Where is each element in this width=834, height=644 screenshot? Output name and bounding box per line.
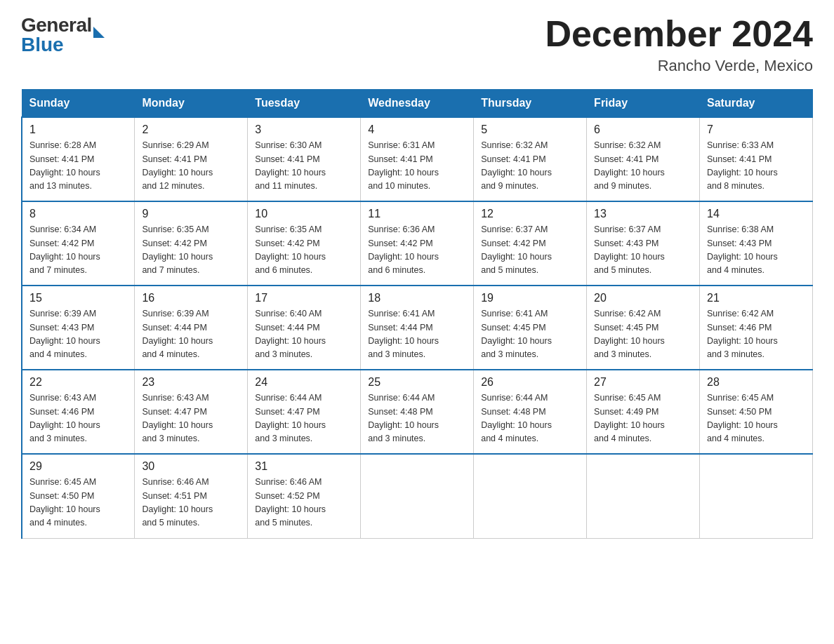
table-row: 16 Sunrise: 6:39 AMSunset: 4:44 PMDaylig… bbox=[135, 286, 248, 370]
day-number: 17 bbox=[255, 292, 353, 304]
calendar-week-row: 8 Sunrise: 6:34 AMSunset: 4:42 PMDayligh… bbox=[22, 201, 813, 286]
day-info: Sunrise: 6:39 AMSunset: 4:44 PMDaylight:… bbox=[142, 309, 213, 359]
table-row: 2 Sunrise: 6:29 AMSunset: 4:41 PMDayligh… bbox=[135, 117, 248, 201]
day-number: 30 bbox=[142, 460, 240, 473]
day-number: 9 bbox=[142, 208, 240, 220]
calendar-week-row: 22 Sunrise: 6:43 AMSunset: 4:46 PMDaylig… bbox=[22, 370, 813, 454]
day-number: 28 bbox=[707, 376, 805, 389]
day-info: Sunrise: 6:37 AMSunset: 4:43 PMDaylight:… bbox=[594, 224, 665, 275]
table-row: 24 Sunrise: 6:44 AMSunset: 4:47 PMDaylig… bbox=[248, 370, 361, 454]
table-row: 4 Sunrise: 6:31 AMSunset: 4:41 PMDayligh… bbox=[361, 117, 474, 201]
col-header-monday: Monday bbox=[135, 90, 248, 118]
calendar-table: Sunday Monday Tuesday Wednesday Thursday… bbox=[21, 89, 813, 539]
day-info: Sunrise: 6:32 AMSunset: 4:41 PMDaylight:… bbox=[481, 140, 552, 191]
day-number: 20 bbox=[594, 292, 692, 304]
day-info: Sunrise: 6:34 AMSunset: 4:42 PMDaylight:… bbox=[29, 224, 100, 275]
day-number: 3 bbox=[255, 123, 353, 136]
day-info: Sunrise: 6:41 AMSunset: 4:45 PMDaylight:… bbox=[481, 309, 552, 359]
table-row: 15 Sunrise: 6:39 AMSunset: 4:43 PMDaylig… bbox=[22, 286, 135, 370]
day-number: 1 bbox=[29, 123, 127, 136]
table-row: 8 Sunrise: 6:34 AMSunset: 4:42 PMDayligh… bbox=[22, 201, 135, 286]
table-row: 3 Sunrise: 6:30 AMSunset: 4:41 PMDayligh… bbox=[248, 117, 361, 201]
day-info: Sunrise: 6:43 AMSunset: 4:47 PMDaylight:… bbox=[142, 393, 213, 443]
col-header-wednesday: Wednesday bbox=[361, 90, 474, 118]
day-number: 10 bbox=[255, 208, 353, 220]
calendar-subtitle: Rancho Verde, Mexico bbox=[545, 57, 813, 75]
title-block: December 2024 Rancho Verde, Mexico bbox=[545, 14, 813, 75]
table-row: 1 Sunrise: 6:28 AMSunset: 4:41 PMDayligh… bbox=[22, 117, 135, 201]
day-number: 26 bbox=[481, 376, 579, 389]
day-info: Sunrise: 6:35 AMSunset: 4:42 PMDaylight:… bbox=[255, 224, 326, 275]
calendar-week-row: 1 Sunrise: 6:28 AMSunset: 4:41 PMDayligh… bbox=[22, 117, 813, 201]
table-row: 13 Sunrise: 6:37 AMSunset: 4:43 PMDaylig… bbox=[587, 201, 700, 286]
day-info: Sunrise: 6:32 AMSunset: 4:41 PMDaylight:… bbox=[594, 140, 665, 191]
day-number: 2 bbox=[142, 123, 240, 136]
table-row: 31 Sunrise: 6:46 AMSunset: 4:52 PMDaylig… bbox=[248, 454, 361, 538]
table-row: 17 Sunrise: 6:40 AMSunset: 4:44 PMDaylig… bbox=[248, 286, 361, 370]
day-number: 18 bbox=[368, 292, 466, 304]
page-header: General Blue December 2024 Rancho Verde,… bbox=[21, 14, 813, 75]
table-row: 5 Sunrise: 6:32 AMSunset: 4:41 PMDayligh… bbox=[474, 117, 587, 201]
table-row bbox=[361, 454, 474, 538]
day-info: Sunrise: 6:44 AMSunset: 4:48 PMDaylight:… bbox=[481, 393, 552, 443]
col-header-tuesday: Tuesday bbox=[248, 90, 361, 118]
day-number: 6 bbox=[594, 123, 692, 136]
day-info: Sunrise: 6:31 AMSunset: 4:41 PMDaylight:… bbox=[368, 140, 439, 191]
day-info: Sunrise: 6:28 AMSunset: 4:41 PMDaylight:… bbox=[29, 140, 100, 191]
day-info: Sunrise: 6:40 AMSunset: 4:44 PMDaylight:… bbox=[255, 309, 326, 359]
day-number: 21 bbox=[707, 292, 805, 304]
col-header-friday: Friday bbox=[587, 90, 700, 118]
table-row: 12 Sunrise: 6:37 AMSunset: 4:42 PMDaylig… bbox=[474, 201, 587, 286]
table-row bbox=[700, 454, 813, 538]
calendar-week-row: 15 Sunrise: 6:39 AMSunset: 4:43 PMDaylig… bbox=[22, 286, 813, 370]
col-header-sunday: Sunday bbox=[22, 90, 135, 118]
table-row: 14 Sunrise: 6:38 AMSunset: 4:43 PMDaylig… bbox=[700, 201, 813, 286]
day-info: Sunrise: 6:45 AMSunset: 4:50 PMDaylight:… bbox=[707, 393, 778, 443]
day-info: Sunrise: 6:44 AMSunset: 4:47 PMDaylight:… bbox=[255, 393, 326, 443]
day-info: Sunrise: 6:39 AMSunset: 4:43 PMDaylight:… bbox=[29, 309, 100, 359]
table-row: 27 Sunrise: 6:45 AMSunset: 4:49 PMDaylig… bbox=[587, 370, 700, 454]
day-number: 27 bbox=[594, 376, 692, 389]
day-number: 31 bbox=[255, 460, 353, 473]
table-row: 18 Sunrise: 6:41 AMSunset: 4:44 PMDaylig… bbox=[361, 286, 474, 370]
day-info: Sunrise: 6:46 AMSunset: 4:51 PMDaylight:… bbox=[142, 477, 213, 528]
day-number: 12 bbox=[481, 208, 579, 220]
day-info: Sunrise: 6:45 AMSunset: 4:49 PMDaylight:… bbox=[594, 393, 665, 443]
table-row: 7 Sunrise: 6:33 AMSunset: 4:41 PMDayligh… bbox=[700, 117, 813, 201]
table-row bbox=[474, 454, 587, 538]
table-row bbox=[587, 454, 700, 538]
day-number: 13 bbox=[594, 208, 692, 220]
day-number: 23 bbox=[142, 376, 240, 389]
day-number: 4 bbox=[368, 123, 466, 136]
table-row: 6 Sunrise: 6:32 AMSunset: 4:41 PMDayligh… bbox=[587, 117, 700, 201]
day-number: 22 bbox=[29, 376, 127, 389]
day-info: Sunrise: 6:41 AMSunset: 4:44 PMDaylight:… bbox=[368, 309, 439, 359]
table-row: 28 Sunrise: 6:45 AMSunset: 4:50 PMDaylig… bbox=[700, 370, 813, 454]
day-number: 29 bbox=[29, 460, 127, 473]
calendar-week-row: 29 Sunrise: 6:45 AMSunset: 4:50 PMDaylig… bbox=[22, 454, 813, 538]
day-number: 8 bbox=[29, 208, 127, 220]
day-number: 16 bbox=[142, 292, 240, 304]
day-number: 24 bbox=[255, 376, 353, 389]
col-header-thursday: Thursday bbox=[474, 90, 587, 118]
table-row: 22 Sunrise: 6:43 AMSunset: 4:46 PMDaylig… bbox=[22, 370, 135, 454]
table-row: 21 Sunrise: 6:42 AMSunset: 4:46 PMDaylig… bbox=[700, 286, 813, 370]
day-number: 25 bbox=[368, 376, 466, 389]
table-row: 11 Sunrise: 6:36 AMSunset: 4:42 PMDaylig… bbox=[361, 201, 474, 286]
day-info: Sunrise: 6:43 AMSunset: 4:46 PMDaylight:… bbox=[29, 393, 100, 443]
day-info: Sunrise: 6:33 AMSunset: 4:41 PMDaylight:… bbox=[707, 140, 778, 191]
table-row: 23 Sunrise: 6:43 AMSunset: 4:47 PMDaylig… bbox=[135, 370, 248, 454]
day-info: Sunrise: 6:46 AMSunset: 4:52 PMDaylight:… bbox=[255, 477, 326, 528]
table-row: 26 Sunrise: 6:44 AMSunset: 4:48 PMDaylig… bbox=[474, 370, 587, 454]
day-number: 19 bbox=[481, 292, 579, 304]
table-row: 9 Sunrise: 6:35 AMSunset: 4:42 PMDayligh… bbox=[135, 201, 248, 286]
day-info: Sunrise: 6:42 AMSunset: 4:45 PMDaylight:… bbox=[594, 309, 665, 359]
day-number: 7 bbox=[707, 123, 805, 136]
day-number: 15 bbox=[29, 292, 127, 304]
day-number: 14 bbox=[707, 208, 805, 220]
logo-blue-text: Blue bbox=[21, 34, 105, 56]
calendar-title: December 2024 bbox=[545, 14, 813, 54]
table-row: 20 Sunrise: 6:42 AMSunset: 4:45 PMDaylig… bbox=[587, 286, 700, 370]
table-row: 29 Sunrise: 6:45 AMSunset: 4:50 PMDaylig… bbox=[22, 454, 135, 538]
logo: General Blue bbox=[21, 14, 105, 56]
